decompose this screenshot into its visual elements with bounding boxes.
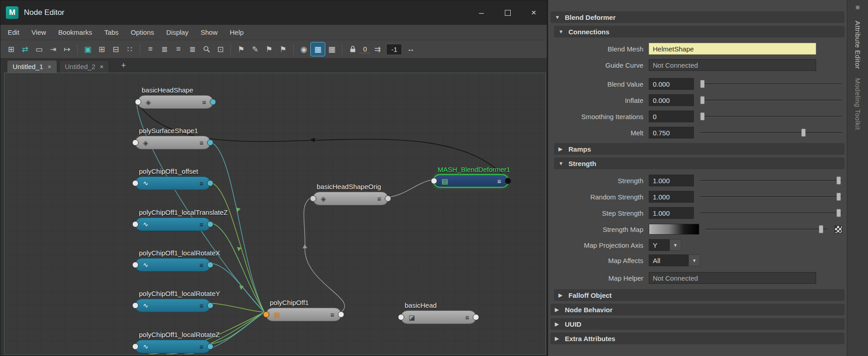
swatch-active-icon[interactable]: ▦ — [311, 42, 325, 56]
slider-handle[interactable] — [836, 193, 841, 201]
pin-icon[interactable]: ◉ — [297, 42, 311, 56]
slider-handle[interactable] — [700, 96, 705, 104]
resize-ports-icon[interactable]: ↔ — [404, 42, 418, 56]
remove-from-graph-icon[interactable]: ⊟ — [109, 42, 123, 56]
input-port[interactable] — [132, 180, 139, 186]
section-uuid[interactable]: ▶ UUID — [550, 318, 845, 330]
bookmark-prev-icon[interactable]: ⚑ — [262, 42, 276, 56]
section-strength[interactable]: ▼ Strength — [554, 157, 845, 169]
tab-untitled-1[interactable]: Untitled_1 × — [7, 60, 57, 73]
zero-field[interactable]: 0 — [360, 45, 370, 53]
output-port[interactable] — [210, 99, 216, 105]
node-menu-icon[interactable]: ≡ — [199, 221, 203, 228]
expand-nodes-icon[interactable]: ∷ — [123, 42, 137, 56]
output-port[interactable] — [207, 221, 213, 227]
node-menu-icon[interactable]: ≡ — [377, 195, 381, 203]
menu-bookmarks[interactable]: Bookmarks — [58, 28, 92, 36]
map-helper-field[interactable]: Not Connected — [649, 272, 816, 284]
slider-handle[interactable] — [836, 209, 841, 217]
clear-graph-icon[interactable]: ▭ — [32, 42, 46, 56]
section-ramps[interactable]: ▶ Ramps — [554, 143, 845, 155]
section-blend-deformer[interactable]: ▼ Blend Deformer — [550, 11, 845, 23]
menu-options[interactable]: Options — [131, 28, 154, 36]
node-basicHeadShape[interactable]: basicHeadShape ◈ ≡ — [138, 95, 213, 109]
node-menu-icon[interactable]: ≡ — [497, 177, 501, 185]
node-menu-icon[interactable]: ≡ — [199, 139, 203, 147]
inflate-slider[interactable] — [700, 94, 842, 106]
add-to-graph-icon[interactable]: ⊞ — [95, 42, 109, 56]
input-port[interactable] — [132, 302, 139, 309]
melt-slider[interactable] — [700, 127, 842, 139]
output-port[interactable] — [385, 195, 391, 202]
output-port[interactable] — [207, 262, 213, 268]
align-bottom-icon[interactable]: ≣ — [185, 42, 199, 56]
input-port[interactable] — [132, 221, 139, 227]
node-polySurfaceShape1[interactable]: polySurfaceShape1 ◈ ≡ — [135, 136, 211, 149]
swatch-icon[interactable]: ▦ — [325, 42, 339, 56]
blend-value-slider[interactable] — [700, 78, 842, 90]
output-port[interactable] — [207, 343, 213, 350]
section-connections[interactable]: ▼ Connections — [554, 26, 845, 37]
input-port[interactable] — [135, 99, 141, 105]
frame-selection-icon[interactable]: ⊡ — [213, 42, 227, 56]
bookmark-next-icon[interactable]: ⚑ — [276, 42, 290, 56]
input-port[interactable] — [263, 311, 269, 318]
smoothing-iterations-slider[interactable] — [700, 111, 842, 122]
node-polyChipOff1-offset[interactable]: polyChipOff1_offset ∿ ≡ — [135, 176, 211, 190]
texture-map-icon[interactable] — [835, 226, 842, 233]
bookmark-add-icon[interactable]: ⚑ — [234, 42, 248, 56]
step-strength-slider[interactable] — [700, 207, 842, 219]
input-port[interactable] — [132, 343, 139, 350]
align-top-icon[interactable]: ≡ — [171, 42, 185, 56]
node-menu-icon[interactable]: ≡ — [330, 311, 334, 319]
lock-icon[interactable] — [346, 42, 360, 56]
menu-show[interactable]: Show — [201, 28, 218, 36]
node-polyChipOff1-localRotateX[interactable]: polyChipOff1_localRotateX ∿ ≡ — [135, 258, 211, 272]
depth-field[interactable]: -1 — [386, 44, 402, 55]
node-polyChipOff1-localRotateY[interactable]: polyChipOff1_localRotateY ∿ ≡ — [135, 299, 211, 312]
step-strength-field[interactable]: 1.000 — [649, 207, 694, 219]
slider-handle[interactable] — [836, 176, 841, 185]
node-menu-icon[interactable]: ≡ — [465, 314, 469, 321]
map-affects-select[interactable]: All ▼ — [649, 254, 700, 266]
output-port[interactable] — [207, 302, 213, 309]
chevron-down-icon[interactable]: ▼ — [669, 239, 681, 251]
bookmark-edit-icon[interactable]: ✎ — [248, 42, 262, 56]
slider-handle[interactable] — [801, 129, 806, 137]
menu-tabs[interactable]: Tabs — [104, 28, 119, 36]
node-menu-icon[interactable]: ≡ — [199, 343, 203, 351]
menu-view[interactable]: View — [32, 28, 46, 36]
layout-vertical-icon[interactable]: ≣ — [157, 42, 171, 56]
search-icon[interactable] — [199, 42, 213, 56]
slider-handle[interactable] — [700, 112, 705, 120]
blend-value-field[interactable]: 0.000 — [649, 78, 694, 90]
output-connections-icon[interactable]: ↦ — [60, 42, 74, 56]
strength-map-swatch[interactable] — [649, 224, 699, 235]
traversal-depth-icon[interactable]: ⇉ — [370, 42, 384, 56]
melt-field[interactable]: 0.750 — [649, 127, 694, 139]
map-projection-axis-select[interactable]: Y ▼ — [649, 239, 681, 251]
node-basicHeadShapeOrig[interactable]: basicHeadShapeOrig ◈ ≡ — [313, 192, 388, 205]
title-bar[interactable]: M Node Editor – × — [0, 0, 547, 25]
section-node-behavior[interactable]: ▶ Node Behavior — [550, 304, 845, 315]
strength-map-slider[interactable] — [706, 223, 827, 235]
graph-selection-icon[interactable]: ▣ — [81, 42, 95, 56]
slider-handle[interactable] — [819, 225, 823, 233]
close-button[interactable]: × — [521, 0, 547, 25]
tab-attribute-editor[interactable]: Attribute Editor — [854, 21, 862, 69]
strength-field[interactable]: 1.000 — [649, 175, 694, 186]
node-polyChipOff1-localRotateZ[interactable]: polyChipOff1_localRotateZ ∿ ≡ — [135, 340, 211, 353]
output-port[interactable] — [338, 311, 344, 318]
create-node-icon[interactable]: ⊞ — [4, 42, 18, 56]
section-extra-attributes[interactable]: ▶ Extra Attributes — [550, 333, 845, 344]
menu-edit[interactable]: Edit — [8, 28, 19, 36]
node-polyChipOff1[interactable]: polyChipOff1 ▦ ≡ — [266, 308, 342, 321]
menu-display[interactable]: Display — [166, 28, 189, 36]
chevron-down-icon[interactable]: ▼ — [688, 254, 700, 266]
random-strength-field[interactable]: 1.000 — [649, 191, 694, 203]
input-port[interactable] — [431, 178, 437, 184]
blend-mesh-field[interactable]: HelmetShape — [649, 43, 816, 55]
tab-untitled-2[interactable]: Untitled_2 × — [59, 60, 110, 73]
input-port[interactable] — [132, 139, 139, 146]
output-port[interactable] — [207, 180, 213, 186]
